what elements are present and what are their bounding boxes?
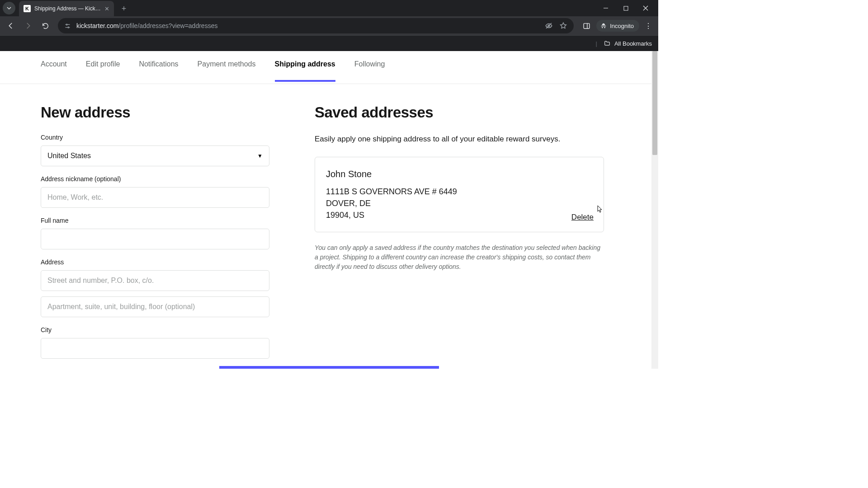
window-controls: [600, 0, 658, 16]
saved-address-name: John Stone: [326, 169, 593, 179]
tab-shipping-address[interactable]: Shipping address: [275, 60, 335, 82]
address-line2-input[interactable]: [41, 296, 269, 317]
eye-off-icon[interactable]: [545, 22, 553, 30]
folder-icon: [604, 40, 611, 47]
address-label: Address: [41, 258, 269, 266]
svg-point-5: [68, 27, 69, 28]
bottom-accent-bar: [219, 366, 439, 369]
country-select[interactable]: United States ▼: [41, 145, 269, 166]
forward-button[interactable]: [21, 19, 35, 33]
browser-tab[interactable]: K Shipping Address — Kickstarter ✕: [19, 1, 114, 16]
new-tab-button[interactable]: +: [118, 2, 130, 15]
window-close-icon[interactable]: [640, 5, 651, 11]
site-settings-icon[interactable]: [64, 23, 71, 29]
nickname-label: Address nickname (optional): [41, 175, 269, 183]
saved-addresses-footnote: You can only apply a saved address if th…: [315, 243, 604, 272]
browser-chrome: K Shipping Address — Kickstarter ✕ +: [0, 0, 658, 51]
side-panel-icon[interactable]: [579, 19, 594, 33]
nickname-input[interactable]: [41, 187, 269, 208]
close-icon[interactable]: ✕: [104, 5, 109, 12]
new-address-heading: New address: [41, 104, 269, 121]
tab-notifications[interactable]: Notifications: [139, 60, 178, 82]
saved-address-line2: DOVER, DE: [326, 197, 593, 209]
saved-address-lines: 1111B S GOVERNORS AVE # 6449 DOVER, DE 1…: [326, 186, 593, 221]
url-text: kickstarter.com/profile/addresses?view=a…: [76, 22, 539, 29]
city-input[interactable]: [41, 338, 269, 359]
fullname-label: Full name: [41, 217, 269, 224]
browser-menu-icon[interactable]: ⋮: [642, 22, 655, 30]
address-line1-input[interactable]: [41, 270, 269, 291]
svg-rect-1: [624, 6, 628, 10]
maximize-icon[interactable]: [620, 6, 631, 11]
city-label: City: [41, 326, 269, 333]
settings-tabs: Account Edit profile Notifications Payme…: [0, 51, 658, 84]
tab-title: Shipping Address — Kickstarter: [34, 5, 101, 12]
saved-addresses-heading: Saved addresses: [315, 104, 604, 121]
back-button[interactable]: [4, 19, 18, 33]
state-label: State/Territory: [41, 368, 152, 369]
scrollbar[interactable]: [651, 51, 658, 369]
chevron-down-icon: ▼: [257, 153, 263, 159]
page-content: Account Edit profile Notifications Payme…: [0, 51, 658, 369]
svg-point-3: [66, 24, 67, 25]
scrollbar-thumb[interactable]: [652, 51, 657, 155]
saved-addresses-description: Easily apply one shipping address to all…: [315, 134, 604, 145]
tab-following[interactable]: Following: [354, 60, 385, 82]
address-bar[interactable]: kickstarter.com/profile/addresses?view=a…: [58, 18, 574, 33]
saved-address-card: John Stone 1111B S GOVERNORS AVE # 6449 …: [315, 157, 604, 232]
favicon-icon: K: [24, 5, 31, 12]
bookmarks-bar: | All Bookmarks: [0, 35, 658, 51]
tab-edit-profile[interactable]: Edit profile: [86, 60, 120, 82]
incognito-badge[interactable]: Incognito: [596, 20, 639, 32]
country-label: Country: [41, 134, 269, 141]
reload-button[interactable]: [38, 19, 52, 33]
svg-rect-8: [584, 23, 590, 28]
bookmark-star-icon[interactable]: [559, 22, 567, 30]
saved-address-line1: 1111B S GOVERNORS AVE # 6449: [326, 186, 593, 197]
tab-search-button[interactable]: [3, 2, 15, 14]
tab-payment-methods[interactable]: Payment methods: [198, 60, 256, 82]
all-bookmarks-button[interactable]: All Bookmarks: [614, 40, 652, 47]
browser-toolbar: kickstarter.com/profile/addresses?view=a…: [0, 16, 658, 35]
minimize-icon[interactable]: [600, 5, 611, 11]
fullname-input[interactable]: [41, 229, 269, 249]
tab-account[interactable]: Account: [41, 60, 67, 82]
tab-strip: K Shipping Address — Kickstarter ✕ +: [0, 0, 658, 16]
delete-address-button[interactable]: Delete: [571, 213, 594, 222]
saved-address-line3: 19904, US: [326, 209, 593, 221]
country-value: United States: [47, 152, 91, 160]
